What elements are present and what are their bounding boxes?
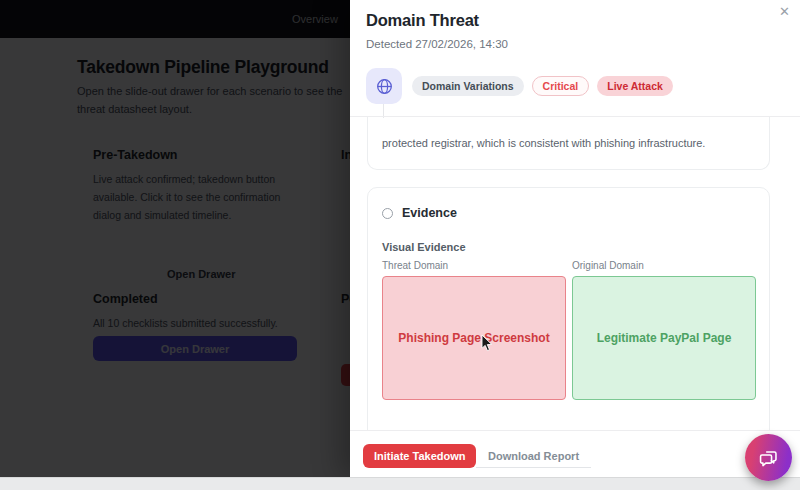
horizontal-scrollbar[interactable] [0, 477, 800, 490]
initiate-takedown-button[interactable]: Initiate Takedown [363, 444, 476, 468]
chat-icon [758, 447, 780, 469]
close-icon[interactable]: ✕ [779, 4, 790, 19]
badge-live-attack: Live Attack [597, 76, 673, 96]
domain-threat-drawer: ✕ Domain Threat Detected 27/02/2026, 14:… [350, 0, 800, 477]
threat-domain-label: Threat Domain [382, 260, 566, 271]
evidence-section-title: Evidence [402, 206, 457, 220]
app-window: Overview Takedown Pipeline Playground Op… [0, 0, 800, 490]
evidence-card: Evidence Visual Evidence Threat Domain P… [367, 187, 770, 430]
evidence-section-header: Evidence [382, 206, 457, 220]
drawer-title: Domain Threat [366, 11, 479, 30]
detected-timestamp: Detected 27/02/2026, 14:30 [366, 38, 508, 50]
download-report-button[interactable]: Download Report [476, 444, 591, 468]
chat-fab-button[interactable] [745, 434, 792, 481]
original-domain-column: Original Domain Legitimate PayPal Page [572, 260, 756, 400]
phishing-screenshot-placeholder[interactable]: Phishing Page Screenshot [382, 276, 566, 400]
badge-row: Domain Variations Critical Live Attack [412, 76, 673, 96]
threat-type-chip [366, 68, 402, 104]
legitimate-page-placeholder[interactable]: Legitimate PayPal Page [572, 276, 756, 400]
badge-domain-variations: Domain Variations [412, 76, 524, 96]
original-domain-label: Original Domain [572, 260, 756, 271]
analysis-card: protected registrar, which is consistent… [367, 117, 770, 170]
circle-icon [382, 208, 393, 219]
drawer-footer: Initiate Takedown Download Report [350, 430, 800, 477]
evidence-columns: Threat Domain Phishing Page Screenshot O… [382, 260, 756, 400]
globe-icon [375, 77, 394, 96]
analysis-text: protected registrar, which is consistent… [382, 137, 752, 149]
drawer-scroll-area[interactable]: protected registrar, which is consistent… [350, 117, 800, 430]
visual-evidence-label: Visual Evidence [382, 241, 466, 253]
threat-domain-column: Threat Domain Phishing Page Screenshot [382, 260, 566, 400]
badge-critical: Critical [532, 76, 590, 96]
